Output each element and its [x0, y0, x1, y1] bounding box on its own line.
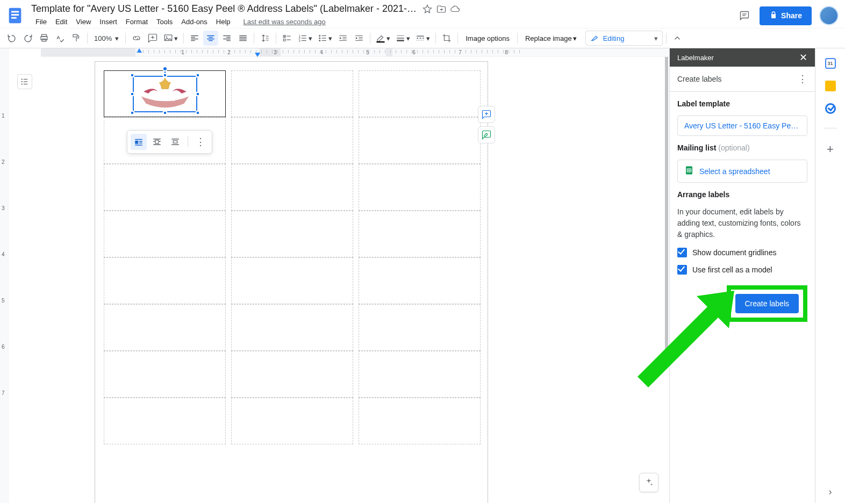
align-left-icon[interactable]: [187, 31, 202, 46]
spellcheck-icon[interactable]: A: [53, 31, 68, 46]
border-weight-icon[interactable]: ▾: [393, 31, 412, 46]
select-spreadsheet-button[interactable]: Select a spreadsheet: [677, 160, 807, 183]
line-spacing-icon[interactable]: [257, 31, 273, 46]
indent-decrease-icon[interactable]: [335, 31, 350, 46]
border-color-icon[interactable]: ▾: [374, 31, 392, 46]
crop-icon[interactable]: [439, 31, 454, 46]
label-cell[interactable]: [231, 257, 353, 304]
label-cell[interactable]: [231, 211, 353, 257]
label-cell[interactable]: [104, 304, 226, 351]
get-addons-icon[interactable]: +: [827, 142, 834, 156]
indent-increase-icon[interactable]: [352, 31, 367, 46]
first-cell-checkbox[interactable]: Use first cell as a model: [677, 265, 807, 275]
label-cell[interactable]: [359, 211, 481, 257]
label-template-select[interactable]: Avery US Letter - 5160 Easy Peel ®…: [677, 116, 807, 136]
svg-rect-66: [171, 139, 179, 140]
add-comment-bubble[interactable]: [478, 106, 495, 123]
insert-image-icon[interactable]: ▾: [161, 31, 180, 46]
label-cell[interactable]: [231, 70, 353, 117]
bulleted-list-icon[interactable]: ▾: [316, 31, 334, 46]
label-cell[interactable]: [231, 304, 353, 351]
mode-select[interactable]: Editing ▾: [585, 31, 663, 46]
move-icon[interactable]: [436, 4, 446, 14]
redo-icon[interactable]: [20, 31, 35, 46]
show-outline-icon[interactable]: [17, 74, 32, 89]
image-wrap-toolbar: ⋮: [127, 130, 212, 154]
numbered-list-icon[interactable]: 123▾: [296, 31, 314, 46]
suggest-edits-bubble[interactable]: [478, 126, 495, 143]
share-button[interactable]: Share: [760, 6, 812, 25]
menu-view[interactable]: View: [71, 16, 95, 28]
label-cell[interactable]: [359, 304, 481, 351]
label-cell[interactable]: [104, 351, 226, 398]
account-avatar[interactable]: [819, 6, 839, 25]
align-right-icon[interactable]: [219, 31, 234, 46]
labelmaker-panel: Labelmaker ✕ Create labels ⋮ Label templ…: [669, 48, 815, 503]
menu-edit[interactable]: Edit: [51, 16, 71, 28]
menu-addons[interactable]: Add-ons: [177, 16, 211, 28]
svg-rect-3: [11, 17, 17, 19]
gridlines-checkbox[interactable]: Show document gridlines: [677, 248, 807, 257]
cloud-status-icon[interactable]: [450, 4, 460, 14]
align-center-icon[interactable]: [203, 31, 218, 46]
menu-tools[interactable]: Tools: [152, 16, 177, 28]
document-title[interactable]: Template for "Avery US Letter - 5160 Eas…: [31, 3, 418, 15]
label-cell[interactable]: [231, 351, 353, 398]
collapse-side-panel-icon[interactable]: ›: [829, 486, 832, 498]
align-justify-icon[interactable]: [235, 31, 250, 46]
star-icon[interactable]: [422, 4, 432, 14]
svg-rect-65: [153, 145, 161, 146]
label-cell[interactable]: [231, 117, 353, 164]
tasks-icon[interactable]: [825, 103, 836, 114]
label-cell[interactable]: [231, 398, 353, 444]
label-cell[interactable]: [231, 164, 353, 211]
label-cell[interactable]: IT'S A GIRL: [104, 70, 226, 117]
label-cell[interactable]: [104, 164, 226, 211]
label-cell[interactable]: [104, 257, 226, 304]
menu-file[interactable]: File: [31, 16, 51, 28]
docs-app-icon[interactable]: [4, 5, 26, 26]
menu-insert[interactable]: Insert: [95, 16, 121, 28]
menu-format[interactable]: Format: [121, 16, 152, 28]
label-cell[interactable]: [359, 70, 481, 117]
label-cell[interactable]: [359, 164, 481, 211]
svg-rect-60: [135, 145, 142, 146]
label-cell[interactable]: [104, 211, 226, 257]
close-icon[interactable]: ✕: [799, 52, 807, 63]
document-page[interactable]: IT'S A GIRL: [95, 61, 488, 503]
explore-button[interactable]: [639, 473, 658, 492]
svg-rect-32: [377, 41, 385, 42]
label-cell[interactable]: [359, 398, 481, 444]
selected-image[interactable]: IT'S A GIRL: [133, 76, 197, 112]
checklist-icon[interactable]: [280, 31, 295, 46]
label-cell[interactable]: [359, 117, 481, 164]
zoom-select[interactable]: 100%▾: [91, 34, 122, 42]
paint-format-icon[interactable]: [69, 31, 84, 46]
wrap-text-icon[interactable]: [149, 134, 165, 150]
open-comments-icon[interactable]: [737, 8, 752, 23]
break-text-icon[interactable]: [167, 134, 183, 150]
keep-icon[interactable]: [825, 81, 836, 91]
rotate-handle[interactable]: [162, 66, 168, 71]
menu-help[interactable]: Help: [212, 16, 235, 28]
svg-rect-56: [135, 139, 142, 140]
calendar-icon[interactable]: 31: [825, 58, 836, 69]
more-options-icon[interactable]: ⋮: [798, 73, 807, 85]
insert-link-icon[interactable]: [129, 31, 144, 46]
print-icon[interactable]: [37, 31, 52, 46]
create-labels-button[interactable]: Create labels: [735, 294, 799, 313]
hide-menus-icon[interactable]: [670, 31, 685, 46]
image-options-button[interactable]: Image options: [461, 31, 514, 46]
vertical-scrollbar[interactable]: [664, 48, 669, 503]
inline-wrap-icon[interactable]: [131, 134, 147, 150]
add-comment-icon[interactable]: [145, 31, 160, 46]
label-cell[interactable]: [359, 351, 481, 398]
border-dash-icon[interactable]: ▾: [413, 31, 432, 46]
replace-image-button[interactable]: Replace image▾: [521, 31, 581, 46]
last-edit-link[interactable]: Last edit was seconds ago: [244, 18, 326, 26]
sheets-icon: [684, 165, 694, 177]
more-image-options-icon[interactable]: ⋮: [192, 134, 209, 150]
undo-icon[interactable]: [4, 31, 19, 46]
label-cell[interactable]: [104, 398, 226, 444]
label-cell[interactable]: [359, 257, 481, 304]
